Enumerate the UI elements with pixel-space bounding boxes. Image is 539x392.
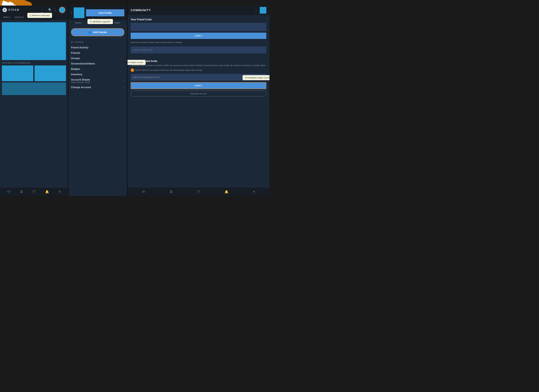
steam-left-panel: S STEAM 🔍 ⋮ 1) Жмем на аватарку MENU ▾ W… [0, 5, 68, 196]
community-content: Your Friend Code COPY Enter your friend'… [127, 15, 270, 187]
community-dots-icon[interactable]: ⋮ [254, 8, 258, 12]
note-content: NOTE: Each link can only be used once an… [135, 69, 203, 72]
content-change-account[interactable]: Change Account › [71, 85, 124, 90]
account-details-chevron: › [124, 80, 124, 82]
my-content-label: MY CONTENT [71, 41, 124, 43]
profile-header[interactable]: ‹ View Profile [68, 5, 127, 20]
groups-label: Groups [71, 57, 80, 60]
user-avatar[interactable] [59, 7, 65, 13]
game-grid [2, 66, 66, 81]
account-details-text: Account Details Store, Security, Family [71, 78, 90, 83]
quick-invite-title: Or send a Quick Invite [131, 60, 266, 63]
community-title: COMMUNITY [131, 9, 151, 12]
tooltip-create-link: 3) Создаем новую ссылку [127, 60, 146, 65]
chevron-down-icon: ▾ [9, 16, 10, 19]
generate-new-link-button[interactable]: Generate new link [131, 91, 266, 96]
add-friends-area: 👥 Add friends [68, 26, 127, 39]
friend-activity-label: Friend Activity [71, 46, 88, 49]
friend-code-section: Your Friend Code COPY Enter your friend'… [131, 18, 266, 57]
search-icon[interactable]: 🔍 [48, 8, 52, 12]
badges-label: Badges [71, 68, 80, 71]
copy-invite-link-button[interactable]: COPY [131, 82, 266, 89]
community-header-right: ⋮ [254, 7, 266, 14]
friend-code-display [131, 23, 266, 31]
main-container: S STEAM 🔍 ⋮ 1) Жмем на аватарку MENU ▾ W… [0, 0, 270, 196]
friends-label: Friends [71, 52, 80, 54]
game-thumb-2[interactable] [34, 66, 66, 81]
add-friends-button[interactable]: 👥 Add friends [71, 28, 124, 36]
content-screenshots[interactable]: Screenshots/Videos [71, 61, 124, 66]
bottom-nav-tag-icon[interactable]: 🏷 [6, 189, 12, 195]
inventory-label: Inventory [71, 73, 82, 76]
community-bottom-nav: 🏷 ☰ 🛡 🔔 ≡ [127, 187, 270, 196]
view-profile-button[interactable]: View Profile [86, 9, 124, 16]
content-account-details[interactable]: Account Details Store, Security, Family … [71, 77, 124, 85]
game-thumb-wide[interactable] [2, 82, 66, 95]
tooltip-add-friends: 2) «Добавить друзей» [87, 19, 113, 24]
tooltip-copy-link: 4) Копируем новую ссылку [242, 75, 270, 80]
check-icon: ✓ [131, 68, 134, 72]
content-inventory[interactable]: Inventory [71, 72, 124, 77]
friend-code-hint: Enter your friend's Friend Code to invit… [131, 41, 266, 44]
content-friends[interactable]: Friends [71, 50, 124, 56]
bottom-nav-list-icon[interactable]: ☰ [19, 189, 24, 195]
steam-bottom-nav: 🏷 ☰ 🛡 🔔 ≡ [0, 187, 68, 196]
game-thumb-1[interactable] [2, 66, 33, 81]
content-badges[interactable]: Badges [71, 66, 124, 72]
content-groups[interactable]: Groups [71, 56, 124, 61]
bottom-nav-shield-icon[interactable]: 🛡 [31, 189, 37, 195]
steam-logo: S STEAM [3, 8, 19, 12]
add-friends-icon: 👥 [88, 31, 92, 34]
community-bottom-list-icon[interactable]: ☰ [168, 189, 174, 195]
change-account-label: Change Account [71, 86, 91, 89]
tab-games[interactable]: Games [68, 20, 88, 26]
steam-title: STEAM [8, 9, 19, 11]
note-text: ✓ NOTE: Each link can only be used once … [131, 69, 266, 72]
user-profile-panel: ‹ View Profile 2) «Добавить друзей» Game… [68, 5, 127, 196]
steam-icon: S [3, 8, 7, 12]
my-content-section: MY CONTENT Friend Activity Friends Group… [68, 39, 127, 93]
friend-code-input[interactable] [131, 47, 266, 53]
tooltip-click-avatar: 1) Жмем на аватарку [27, 13, 52, 18]
community-avatar[interactable] [260, 7, 266, 14]
bottom-nav-menu-icon[interactable]: ≡ [58, 189, 62, 195]
featured-area: FEATURED & RECOMMENDED [0, 20, 68, 187]
account-details-sub: Store, Security, Family [71, 81, 90, 83]
featured-banner [2, 22, 66, 60]
community-bottom-menu-icon[interactable]: ≡ [252, 189, 256, 195]
community-panel: COMMUNITY ⋮ Your Friend Code COPY Enter … [127, 5, 270, 196]
copy-friend-code-button[interactable]: COPY [131, 33, 266, 39]
community-bottom-tag-icon[interactable]: 🏷 [141, 189, 147, 195]
more-options-icon[interactable]: ⋮ [54, 8, 57, 12]
quick-invite-section: Or send a Quick Invite Generate a link t… [131, 60, 266, 97]
featured-label: FEATURED & RECOMMENDED [2, 62, 66, 64]
quick-invite-desc: Generate a link to share via email or SM… [131, 64, 266, 67]
community-header: COMMUNITY ⋮ [127, 5, 270, 15]
header-right: 🔍 ⋮ [48, 7, 65, 13]
nav-menu[interactable]: MENU ▾ [3, 14, 11, 20]
community-bottom-shield-icon[interactable]: 🛡 [196, 189, 202, 195]
nav-wishlist[interactable]: WISHLIST [14, 14, 24, 20]
friend-code-title: Your Friend Code [131, 18, 266, 21]
user-avatar-large [74, 7, 84, 18]
gen-link-container: 3) Создаем новую ссылку Generate new lin… [131, 91, 266, 96]
add-friends-label: Add friends [93, 31, 107, 34]
community-bottom-bell-icon[interactable]: 🔔 [223, 189, 230, 195]
copy-invite-container: 4) Копируем новую ссылку COPY [131, 82, 266, 89]
screenshots-label: Screenshots/Videos [71, 62, 95, 65]
bottom-nav-bell-icon[interactable]: 🔔 [44, 189, 50, 195]
back-arrow-icon[interactable]: ‹ [71, 11, 72, 15]
account-details-label: Account Details [71, 78, 90, 81]
content-friend-activity[interactable]: Friend Activity [71, 45, 124, 50]
change-account-chevron: › [124, 86, 124, 89]
steam-header: S STEAM 🔍 ⋮ 1) Жмем на аватарку [0, 5, 68, 14]
